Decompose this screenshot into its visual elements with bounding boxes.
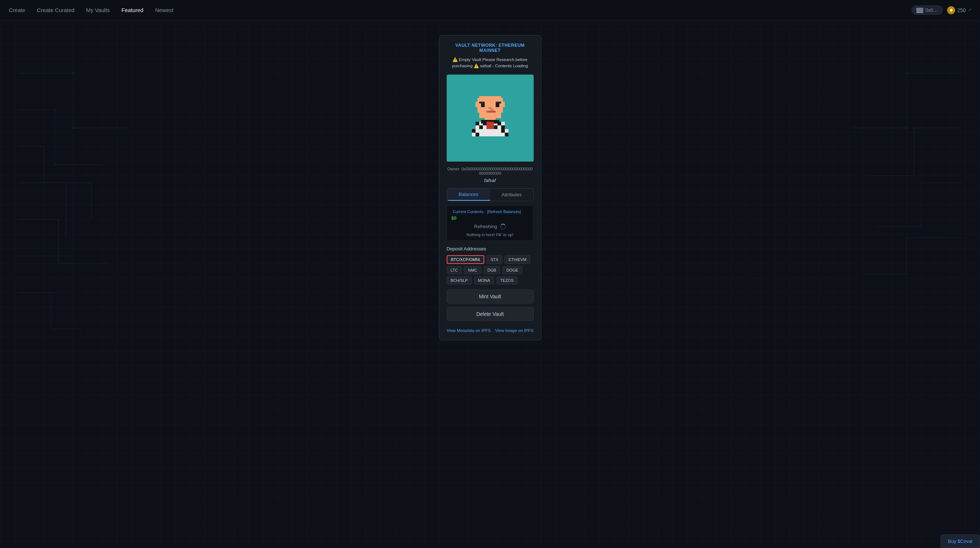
svg-rect-12 [481,104,485,107]
refresh-balances-link[interactable]: [Refresh Balances] [487,209,521,214]
coval-balance-display[interactable]: ◈ 250 ↗ [947,6,971,14]
svg-rect-29 [498,122,501,125]
tab-balances[interactable]: Balances [447,189,490,201]
vault-footer-links: View Metadata on IPFS View Image on IPFS [447,328,534,333]
deposit-btn-btc-xcp-omni[interactable]: BTC/XCP/OMNI [447,255,484,264]
deposit-btn-doge[interactable]: DOGE [502,266,522,274]
tabs-container: Balances Attributes [447,188,534,201]
wallet-pill[interactable]: ▓▓ 0x0… [912,5,943,14]
deposit-addresses-label: Deposit Addresses [447,246,534,252]
refreshing-label: Refreshing [474,224,497,229]
vault-image-container [447,75,534,162]
balance-value: $0 [452,215,529,221]
owner-label: Owner: [447,167,460,171]
ipfs-metadata-link[interactable]: View Metadata on IPFS [447,328,491,333]
coval-icon: ◈ [947,6,955,14]
vault-owner: Owner: 0x0000000000000000000000000000000… [447,167,534,175]
vault-nft-image [461,89,519,147]
nav-featured[interactable]: Featured [121,5,143,14]
svg-rect-18 [487,111,496,113]
balances-panel: Current Contents: [Refresh Balances] $0 … [447,206,534,241]
nav-right: ▓▓ 0x0… ◈ 250 ↗ [912,5,971,14]
deposit-btn-bch-slp[interactable]: BCH/SLP [447,276,472,284]
deposit-btn-nmc[interactable]: NMC [464,266,481,274]
svg-rect-33 [472,129,476,133]
main-content: VAULT NETWORK: ETHEREUM MAINNET ⚠️ Empty… [0,21,980,370]
vault-card: VAULT NETWORK: ETHEREUM MAINNET ⚠️ Empty… [439,35,541,340]
nav-create[interactable]: Create [9,5,25,14]
svg-rect-14 [479,102,485,104]
svg-rect-23 [476,122,479,125]
current-contents-label: Current Contents: [Refresh Balances] [452,209,529,214]
delete-vault-button[interactable]: Delete Vault [447,307,534,321]
svg-rect-34 [476,133,479,136]
empty-vault-message: Nothing in here! Fill 'er up! [452,233,529,237]
svg-rect-35 [501,129,505,133]
wallet-address: 0x0… [926,7,938,13]
buy-coval-button[interactable]: Buy $Coval [940,534,980,548]
deposit-btn-dgb[interactable]: DGB [484,266,500,274]
svg-rect-13 [496,104,500,107]
deposit-btn-ltc[interactable]: LTC [447,266,462,274]
vault-warning: ⚠️ Empty Vault Please Research before pu… [447,57,534,70]
coval-amount: 250 [957,7,966,13]
svg-rect-10 [476,102,479,107]
svg-rect-28 [494,125,498,129]
top-nav: Create Create Curated My Vaults Featured… [0,0,980,21]
mint-vault-button[interactable]: Mint Vault [447,290,534,303]
external-link-icon: ↗ [968,8,971,13]
deposit-btn-eth-evm[interactable]: ETH/EVM [504,255,530,264]
nav-my-vaults[interactable]: My Vaults [86,5,110,14]
deposit-btn-mona[interactable]: MONA [474,276,494,284]
deposit-btn-stx[interactable]: STX [487,255,502,264]
vault-name: fafsaf [447,178,534,183]
refreshing-row: Refreshing [452,224,529,229]
wallet-icon: ▓▓ [916,7,923,13]
svg-rect-15 [496,102,501,104]
loading-spinner [500,224,506,229]
vault-network-label: VAULT NETWORK: ETHEREUM MAINNET [447,43,534,53]
svg-rect-11 [501,102,505,107]
svg-rect-36 [505,133,509,136]
svg-rect-16 [488,107,492,109]
svg-rect-30 [501,125,505,129]
svg-rect-17 [490,109,494,111]
svg-rect-31 [487,122,494,129]
nav-newest[interactable]: Newest [155,5,173,14]
svg-rect-19 [479,115,501,118]
deposit-buttons-grid: BTC/XCP/OMNI STX ETH/EVM LTC NMC DGB DOG… [447,255,534,284]
svg-rect-25 [483,122,487,125]
tab-attributes[interactable]: Attributes [490,189,533,201]
nav-create-curated[interactable]: Create Curated [37,5,75,14]
svg-rect-24 [479,125,483,129]
owner-address: 0x00000000000000000000000000000000000000… [461,167,533,175]
deposit-btn-tezos[interactable]: TEZOS [496,276,518,284]
ipfs-image-link[interactable]: View Image on IPFS [495,328,533,333]
